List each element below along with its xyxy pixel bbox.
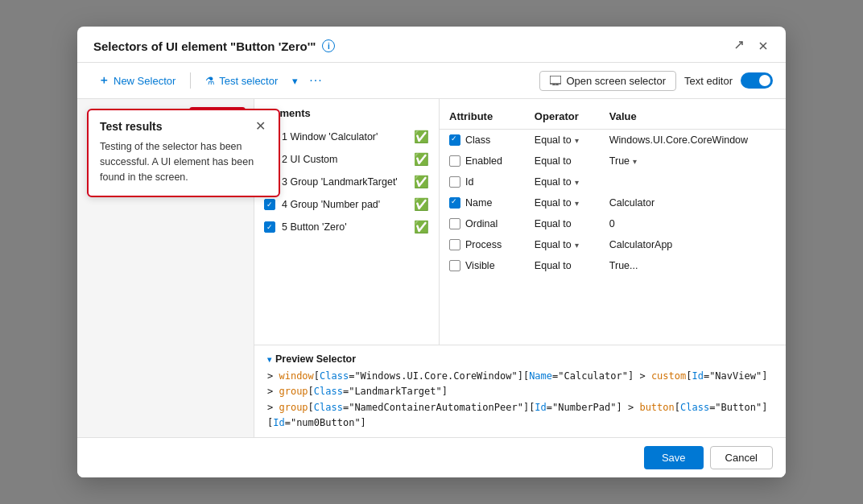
val-col-header: Value: [600, 107, 786, 130]
attr-name-id: Id: [465, 176, 473, 188]
element-name-4: 4 Group 'Number pad': [282, 199, 407, 210]
list-item[interactable]: 1 Window 'Calculator' ✅: [254, 126, 439, 148]
text-editor-toggle[interactable]: [741, 72, 773, 89]
left-panel: Test results ✕ Testing of the selector h…: [77, 99, 254, 437]
more-options-button[interactable]: ···: [304, 69, 327, 92]
title-text: Selectors of UI element "Button 'Zero'": [93, 39, 316, 53]
chevron-down-icon: ▾: [575, 199, 579, 208]
ellipsis-icon: ···: [309, 73, 322, 88]
preview-label-text: Preview Selector: [275, 353, 356, 365]
cancel-button[interactable]: Cancel: [710, 446, 773, 469]
attr-op-name[interactable]: Equal to ▾: [535, 197, 590, 209]
open-screen-selector-label: Open screen selector: [566, 75, 666, 87]
success-icon-5: ✅: [414, 220, 429, 234]
flask-icon: ⚗: [205, 75, 215, 87]
attr-val-enabled[interactable]: True ▾: [609, 155, 776, 167]
attr-name-enabled: Enabled: [465, 155, 502, 167]
new-selector-button[interactable]: ＋ New Selector: [90, 69, 184, 92]
test-results-popup: Test results ✕ Testing of the selector h…: [87, 109, 280, 197]
success-icon-1: ✅: [414, 130, 429, 144]
op-col-header: Operator: [525, 107, 600, 130]
attr-op-visible: Equal to: [535, 260, 590, 271]
test-selector-label: Test selector: [219, 75, 278, 87]
attr-checkbox-name[interactable]: [449, 197, 460, 209]
save-button[interactable]: Save: [644, 446, 704, 469]
open-screen-selector-button[interactable]: Open screen selector: [539, 71, 676, 91]
right-panel: Elements 1 Window 'Calculator' ✅ 2 UI Cu…: [254, 99, 786, 437]
attributes-table: Attribute Operator Value: [440, 107, 786, 276]
attr-checkbox-process[interactable]: [449, 239, 460, 250]
chevron-down-icon: ▾: [575, 136, 579, 145]
selector-dialog: Selectors of UI element "Button 'Zero'" …: [77, 27, 786, 477]
attr-row-process: Process Equal to ▾: [440, 234, 786, 255]
close-button[interactable]: [754, 38, 773, 54]
screen-icon: [550, 76, 561, 85]
svg-rect-0: [550, 76, 561, 84]
new-selector-label: New Selector: [114, 75, 175, 87]
attributes-panel: Attribute Operator Value: [440, 99, 786, 345]
elements-header: Elements: [254, 107, 439, 126]
list-item[interactable]: 3 Group 'LandmarkTarget' ✅: [254, 171, 439, 193]
success-icon-4: ✅: [414, 197, 429, 212]
success-icon-3: ✅: [414, 175, 429, 189]
elements-list: Elements 1 Window 'Calculator' ✅ 2 UI Cu…: [254, 99, 440, 345]
preview-code: > window[Class="Windows.UI.Core.CoreWind…: [267, 369, 773, 431]
attr-checkbox-class[interactable]: [449, 134, 460, 146]
dialog-title: Selectors of UI element "Button 'Zero'" …: [93, 39, 335, 53]
element-checkbox-5[interactable]: [264, 221, 275, 233]
success-icon-2: ✅: [414, 152, 429, 167]
preview-label[interactable]: ▾ Preview Selector: [267, 353, 773, 365]
attr-name-visible: Visible: [465, 260, 495, 271]
attr-op-process[interactable]: Equal to ▾: [535, 239, 590, 250]
attr-checkbox-ordinal[interactable]: [449, 218, 460, 229]
attr-checkbox-visible[interactable]: [449, 260, 460, 271]
element-name-5: 5 Button 'Zero': [282, 221, 407, 233]
text-editor-label: Text editor: [684, 75, 733, 87]
minimize-button[interactable]: [729, 38, 749, 54]
attr-op-class[interactable]: Equal to ▾: [535, 134, 590, 146]
test-selector-button[interactable]: ⚗ Test selector: [197, 71, 286, 91]
attr-row-name: Name Equal to ▾ C: [440, 192, 786, 213]
attr-op-id[interactable]: Equal to ▾: [535, 176, 590, 188]
chevron-down-icon: ▾: [633, 157, 637, 166]
attr-row-id: Id Equal to ▾: [440, 171, 786, 192]
attr-name-ordinal: Ordinal: [465, 218, 498, 229]
elements-section: Elements 1 Window 'Calculator' ✅ 2 UI Cu…: [254, 99, 786, 345]
attr-value-name: Calculator: [609, 197, 654, 209]
attr-row-class: Class Equal to ▾: [440, 130, 786, 151]
attr-checkbox-id[interactable]: [449, 176, 460, 188]
header-controls: [729, 38, 773, 54]
preview-line-2: > group[Class="NamedContainerAutomationP…: [267, 400, 773, 431]
plus-icon: ＋: [98, 73, 109, 88]
popup-close-button[interactable]: ✕: [254, 120, 267, 133]
attr-name-process: Process: [465, 239, 502, 250]
toolbar: ＋ New Selector ⚗ Test selector ▾ ··· Ope…: [77, 63, 786, 99]
attr-op-ordinal: Equal to: [535, 218, 590, 229]
list-item[interactable]: 4 Group 'Number pad' ✅: [254, 193, 439, 216]
info-icon[interactable]: i: [322, 39, 335, 52]
popup-message: Testing of the selector has been success…: [100, 139, 267, 184]
list-item[interactable]: 5 Button 'Zero' ✅: [254, 216, 439, 238]
dropdown-arrow-button[interactable]: ▾: [289, 71, 301, 91]
attr-op-enabled: Equal to: [535, 155, 590, 167]
toolbar-right: Open screen selector Text editor: [539, 71, 773, 91]
attr-row-enabled: Enabled Equal to True ▾: [440, 151, 786, 171]
attr-checkbox-enabled[interactable]: [449, 155, 460, 167]
attr-row-ordinal: Ordinal Equal to 0: [440, 213, 786, 234]
chevron-down-icon: ▾: [575, 178, 579, 187]
chevron-down-icon: ▾: [292, 75, 298, 87]
element-name-2: 2 UI Custom: [282, 154, 407, 165]
attr-row-visible: Visible Equal to True...: [440, 255, 786, 276]
attr-name-class: Class: [465, 134, 490, 146]
dialog-header: Selectors of UI element "Button 'Zero'" …: [77, 27, 786, 63]
popup-title: Test results: [100, 120, 163, 133]
element-checkbox-4[interactable]: [264, 199, 275, 210]
attr-value-visible: True...: [609, 260, 638, 271]
preview-chevron-icon: ▾: [267, 355, 271, 364]
list-item[interactable]: 2 UI Custom ✅: [254, 148, 439, 171]
toolbar-separator: [190, 72, 191, 89]
attr-value-ordinal: 0: [609, 218, 615, 229]
main-content: Test results ✕ Testing of the selector h…: [77, 99, 786, 437]
preview-section: ▾ Preview Selector > window[Class="Windo…: [254, 345, 786, 437]
preview-line-1: > window[Class="Windows.UI.Core.CoreWind…: [267, 369, 773, 399]
